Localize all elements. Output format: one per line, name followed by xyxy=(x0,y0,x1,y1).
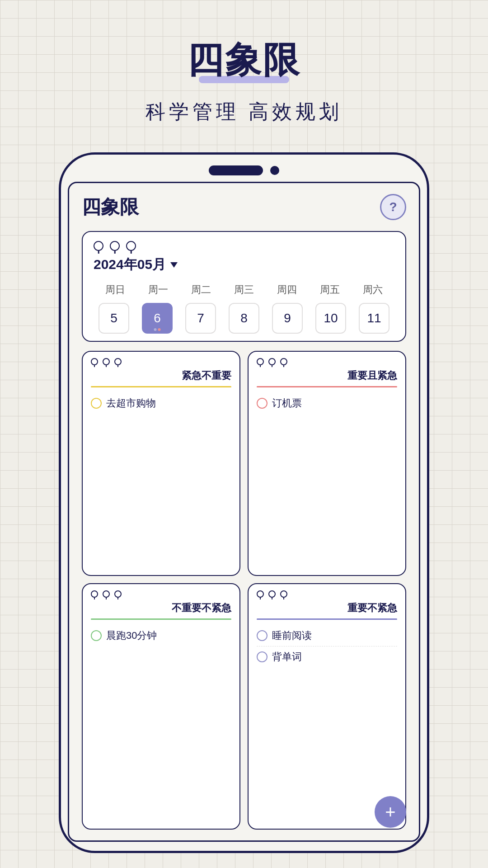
weekday-tue: 周二 xyxy=(179,281,222,298)
q4-item-0-circle xyxy=(257,630,267,641)
phone-frame: 四象限 ? 2024年05月 周日 周一 周二 周三 周四 周五 周六 xyxy=(59,152,429,853)
weekday-wed: 周三 xyxy=(222,281,265,298)
q4-item-1-circle xyxy=(257,651,267,662)
q4-divider xyxy=(257,618,397,620)
spiral-2 xyxy=(110,241,120,251)
q4-spiral-row xyxy=(257,590,397,598)
weekday-sun: 周日 xyxy=(94,281,136,298)
q2-item-0[interactable]: 订机票 xyxy=(257,393,397,414)
day-10[interactable]: 10 xyxy=(315,303,346,334)
calendar-days: 5 6 7 8 9 10 11 xyxy=(94,303,394,334)
q3-item-0-text: 晨跑30分钟 xyxy=(106,629,157,642)
help-button[interactable]: ? xyxy=(380,194,406,220)
q3-spiral-row xyxy=(91,590,231,598)
subtitle: 科学管理 高效规划 xyxy=(145,99,343,125)
q1-item-0-circle xyxy=(91,398,102,409)
q1-item-0[interactable]: 去超市购物 xyxy=(91,393,231,414)
q1-spiral-2 xyxy=(103,358,110,365)
calendar-month-row: 2024年05月 xyxy=(94,255,394,274)
notch-dot xyxy=(270,166,279,175)
q4-title: 重要不紧急 xyxy=(257,601,397,615)
day-7[interactable]: 7 xyxy=(185,303,216,334)
month-dropdown-arrow[interactable] xyxy=(170,262,178,268)
q2-spiral-row xyxy=(257,358,397,365)
phone-notch xyxy=(61,155,427,182)
q2-item-0-circle xyxy=(257,398,267,409)
q4-spiral-1 xyxy=(257,590,264,598)
weekday-fri: 周五 xyxy=(309,281,352,298)
q2-spiral-2 xyxy=(268,358,276,365)
notch-pill xyxy=(209,165,263,175)
q2-item-0-text: 订机票 xyxy=(272,396,302,410)
day-8[interactable]: 8 xyxy=(229,303,259,334)
calendar-month-label: 2024年05月 xyxy=(94,255,166,274)
q4-item-0[interactable]: 睡前阅读 xyxy=(257,625,397,646)
q1-title: 紧急不重要 xyxy=(91,369,231,382)
q3-title: 不重要不紧急 xyxy=(91,601,231,615)
app-screen: 四象限 ? 2024年05月 周日 周一 周二 周三 周四 周五 周六 xyxy=(68,182,420,842)
q4-spiral-3 xyxy=(280,590,287,598)
spiral-1 xyxy=(94,241,103,251)
spiral-3 xyxy=(126,241,136,251)
quadrant-urgent-not-important: 紧急不重要 去超市购物 xyxy=(82,351,240,576)
q4-item-0-text: 睡前阅读 xyxy=(272,629,312,642)
quadrant-urgent-important: 重要且紧急 订机票 xyxy=(248,351,406,576)
app-title: 四象限 xyxy=(187,36,301,85)
add-task-button[interactable]: + xyxy=(375,796,406,828)
q4-spiral-2 xyxy=(268,590,276,598)
app-header: 四象限 ? xyxy=(82,194,406,220)
q3-spiral-1 xyxy=(91,590,98,598)
q4-item-1-text: 背单词 xyxy=(272,650,302,664)
q1-spiral-1 xyxy=(91,358,98,365)
q3-item-0-circle xyxy=(91,630,102,641)
q3-divider xyxy=(91,618,231,620)
day-11[interactable]: 11 xyxy=(359,303,389,334)
q1-spiral-row xyxy=(91,358,231,365)
quadrant-not-urgent-not-important: 不重要不紧急 晨跑30分钟 xyxy=(82,583,240,830)
calendar-card: 2024年05月 周日 周一 周二 周三 周四 周五 周六 5 6 xyxy=(82,231,406,342)
q4-item-1[interactable]: 背单词 xyxy=(257,646,397,667)
day-5[interactable]: 5 xyxy=(99,303,129,334)
q3-spiral-2 xyxy=(103,590,110,598)
day-9[interactable]: 9 xyxy=(272,303,303,334)
app-screen-title: 四象限 xyxy=(82,194,139,220)
q3-spiral-3 xyxy=(114,590,122,598)
q2-title: 重要且紧急 xyxy=(257,369,397,382)
quadrant-not-urgent-important: 重要不紧急 睡前阅读 背单词 xyxy=(248,583,406,830)
quadrant-grid: 紧急不重要 去超市购物 重要且紧急 订机票 xyxy=(82,351,406,830)
q2-spiral-3 xyxy=(280,358,287,365)
calendar-weekdays: 周日 周一 周二 周三 周四 周五 周六 xyxy=(94,281,394,298)
weekday-mon: 周一 xyxy=(136,281,179,298)
q1-spiral-3 xyxy=(114,358,122,365)
weekday-sat: 周六 xyxy=(352,281,394,298)
q1-item-0-text: 去超市购物 xyxy=(106,396,156,410)
q3-item-0[interactable]: 晨跑30分钟 xyxy=(91,625,231,646)
day-6[interactable]: 6 xyxy=(142,303,173,334)
q1-divider xyxy=(91,386,231,387)
calendar-spiral-row xyxy=(94,241,394,251)
q2-divider xyxy=(257,386,397,387)
weekday-thu: 周四 xyxy=(266,281,309,298)
q2-spiral-1 xyxy=(257,358,264,365)
